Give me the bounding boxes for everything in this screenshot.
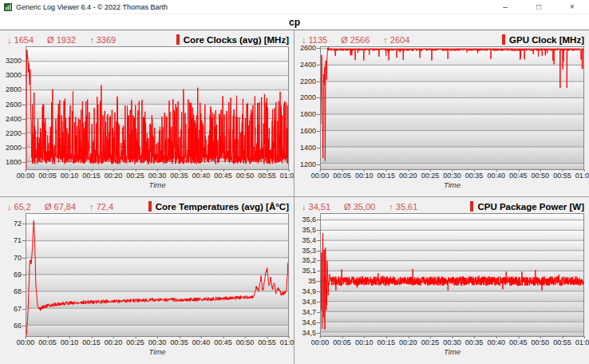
dataset-title: cp bbox=[289, 17, 300, 28]
x-tick-label: 00:10 bbox=[61, 172, 79, 180]
legend-label: GPU Clock [MHz] bbox=[509, 35, 584, 45]
legend-label: Core Temperatures (avg) [Å°C] bbox=[156, 202, 289, 212]
x-tick-label: 00:50 bbox=[532, 338, 550, 346]
y-tick-label: 2400 bbox=[300, 61, 316, 69]
x-tick-label: 00:10 bbox=[355, 338, 374, 346]
x-axis-title: Time bbox=[320, 347, 584, 358]
x-tick-label: 00:30 bbox=[148, 338, 167, 346]
y-tick-label: 2200 bbox=[6, 129, 22, 137]
x-tick-label: 00:35 bbox=[465, 172, 484, 180]
y-axis-labels: 72717069686766 bbox=[0, 213, 26, 337]
x-tick-label: 00:05 bbox=[38, 338, 57, 346]
chart-area: 32003000280026002400220020001800 bbox=[0, 46, 294, 170]
y-tick-label: 35,3 bbox=[302, 247, 316, 255]
y-tick-label: 35,2 bbox=[302, 256, 316, 264]
x-axis-labels: 00:0000:0500:1000:1500:2000:2500:3000:35… bbox=[320, 338, 584, 347]
x-axis-labels: 00:0000:0500:1000:1500:2000:2500:3000:35… bbox=[26, 338, 289, 347]
x-tick-label: 00:30 bbox=[443, 172, 461, 180]
stats-row: ↓ 65,2 Ø 67,84 ↑ 72,4 Core Temperatures … bbox=[0, 197, 294, 213]
x-tick-label: 00:35 bbox=[170, 338, 188, 346]
x-tick-label: 00:10 bbox=[61, 338, 79, 346]
y-tick-label: 2800 bbox=[6, 85, 22, 93]
x-tick-label: 00:25 bbox=[126, 338, 144, 346]
y-tick-label: 1400 bbox=[300, 144, 316, 152]
y-tick-label: 35,4 bbox=[302, 236, 316, 244]
x-tick-label: 00:00 bbox=[311, 172, 330, 180]
titlebar[interactable]: Generic Log Viewer 6.4 - © 2022 Thomas B… bbox=[0, 0, 589, 14]
legend-label: Core Clocks (avg) [MHz] bbox=[184, 35, 289, 45]
chart-plot[interactable] bbox=[320, 46, 584, 170]
x-tick-label: 00:45 bbox=[509, 172, 528, 180]
y-tick-label: 2400 bbox=[6, 115, 22, 123]
y-tick-label: 35,5 bbox=[302, 226, 316, 234]
x-tick-label: 00:15 bbox=[377, 172, 395, 180]
stats-row: ↓ 1135 Ø 2566 ↑ 2604 GPU Clock [MHz] bbox=[294, 30, 589, 46]
chart-canvas bbox=[321, 214, 583, 336]
y-tick-label: 1800 bbox=[300, 110, 316, 118]
stat-max: ↑ 35,61 bbox=[389, 202, 417, 212]
stat-max: ↑ 3369 bbox=[89, 35, 116, 45]
stat-min: ↓ 1654 bbox=[7, 35, 34, 45]
stat-avg: Ø 35,00 bbox=[344, 202, 375, 212]
y-tick-label: 35,6 bbox=[302, 216, 316, 224]
x-tick-label: 00:15 bbox=[82, 172, 101, 180]
window-title: Generic Log Viewer 6.4 - © 2022 Thomas B… bbox=[16, 3, 168, 11]
chart-panel-core-clocks: ↓ 1654 Ø 1932 ↑ 3369 Core Clocks (avg) [… bbox=[0, 30, 294, 197]
chart-area: 72717069686766 bbox=[0, 213, 294, 337]
x-tick-label: 00:45 bbox=[214, 172, 232, 180]
stat-min: ↓ 34,51 bbox=[302, 202, 330, 212]
x-tick-label: 00:20 bbox=[105, 172, 123, 180]
y-tick-label: 35 bbox=[308, 277, 316, 285]
y-tick-label: 1800 bbox=[6, 158, 22, 166]
stats-row: ↓ 1654 Ø 1932 ↑ 3369 Core Clocks (avg) [… bbox=[0, 30, 294, 46]
stat-min: ↓ 1135 bbox=[302, 35, 327, 45]
x-tick-label: 00:30 bbox=[443, 338, 461, 346]
y-tick-label: 70 bbox=[14, 254, 22, 262]
x-tick-label: 00:45 bbox=[214, 338, 232, 346]
y-tick-label: 2000 bbox=[300, 93, 316, 101]
x-tick-label: 00:20 bbox=[399, 338, 417, 346]
legend-color-bar bbox=[176, 34, 180, 45]
x-tick-label: 00:20 bbox=[399, 172, 417, 180]
maximize-button[interactable]: □ bbox=[522, 0, 555, 14]
minimize-button[interactable]: – bbox=[488, 0, 522, 14]
y-tick-label: 34,9 bbox=[302, 287, 316, 295]
charts-grid: ↓ 1654 Ø 1932 ↑ 3369 Core Clocks (avg) [… bbox=[0, 30, 589, 364]
x-tick-label: 00:05 bbox=[333, 338, 351, 346]
x-tick-label: 00:55 bbox=[553, 172, 571, 180]
y-tick-label: 34,8 bbox=[302, 298, 316, 306]
y-axis-labels: 35,635,535,435,335,235,13534,934,834,734… bbox=[294, 213, 320, 337]
y-tick-label: 3200 bbox=[6, 57, 22, 65]
chart-panel-cpu-package-power: ↓ 34,51 Ø 35,00 ↑ 35,61 CPU Package Powe… bbox=[294, 197, 589, 364]
y-tick-label: 67 bbox=[14, 305, 22, 313]
chart-panel-core-temperatures: ↓ 65,2 Ø 67,84 ↑ 72,4 Core Temperatures … bbox=[0, 197, 294, 364]
x-tick-label: 00:15 bbox=[377, 338, 395, 346]
x-axis-labels: 00:0000:0500:1000:1500:2000:2500:3000:35… bbox=[320, 171, 584, 180]
chart-plot[interactable] bbox=[320, 213, 584, 337]
x-tick-label: 00:35 bbox=[465, 338, 484, 346]
y-tick-label: 34,5 bbox=[302, 329, 316, 337]
close-button[interactable]: × bbox=[555, 0, 589, 14]
x-tick-label: 01:00 bbox=[575, 338, 589, 346]
x-tick-label: 00:55 bbox=[258, 338, 276, 346]
x-tick-label: 00:20 bbox=[105, 338, 123, 346]
x-tick-label: 00:25 bbox=[126, 172, 144, 180]
x-tick-label: 00:40 bbox=[487, 338, 505, 346]
y-tick-label: 1200 bbox=[300, 160, 316, 168]
chart-canvas bbox=[26, 47, 288, 169]
chart-area: 26002400220020001800160014001200 bbox=[294, 46, 589, 170]
chart-plot[interactable] bbox=[26, 46, 289, 170]
x-tick-label: 00:25 bbox=[421, 338, 440, 346]
y-tick-label: 2200 bbox=[300, 77, 316, 85]
legend-color-bar bbox=[148, 201, 152, 212]
x-tick-label: 00:00 bbox=[17, 338, 35, 346]
x-tick-label: 00:05 bbox=[38, 172, 57, 180]
x-tick-label: 00:50 bbox=[532, 172, 550, 180]
chart-legend: GPU Clock [MHz] bbox=[502, 34, 584, 45]
x-tick-label: 01:00 bbox=[280, 172, 294, 180]
x-tick-label: 01:00 bbox=[575, 172, 589, 180]
window-controls: – □ × bbox=[488, 0, 589, 14]
legend-label: CPU Package Power [W] bbox=[477, 202, 584, 212]
stat-avg: Ø 1932 bbox=[47, 35, 76, 45]
chart-plot[interactable] bbox=[26, 213, 289, 337]
